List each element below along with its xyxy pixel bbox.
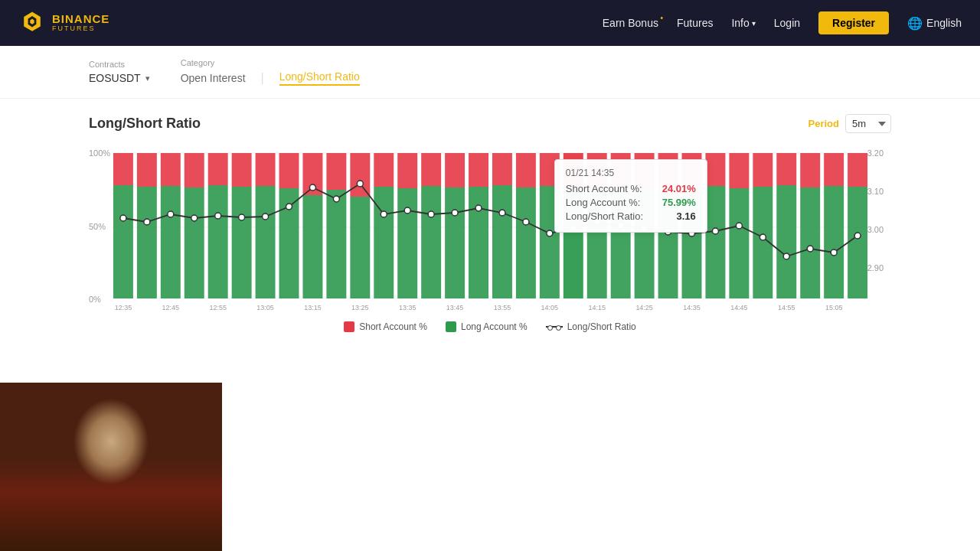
svg-point-86: [333, 196, 339, 202]
tooltip-short-row: Short Account %: 24.01%: [566, 183, 696, 194]
svg-rect-20: [185, 187, 204, 298]
svg-rect-44: [469, 187, 488, 298]
svg-rect-40: [421, 186, 441, 298]
futures-link[interactable]: Futures: [677, 17, 713, 29]
svg-text:14:35: 14:35: [683, 304, 700, 311]
chart-legend: Short Account % Long Account % Long/Shor…: [89, 321, 891, 332]
svg-point-91: [452, 210, 458, 216]
legend-long: Long Account %: [446, 321, 528, 332]
svg-text:13:45: 13:45: [446, 304, 463, 311]
svg-rect-13: [113, 153, 133, 185]
svg-rect-72: [800, 187, 820, 298]
svg-text:12:45: 12:45: [162, 304, 179, 311]
svg-point-105: [783, 253, 789, 259]
svg-text:15:05: 15:05: [825, 304, 842, 311]
tooltip-long-row: Long Account %: 75.99%: [566, 197, 696, 208]
svg-point-102: [712, 228, 718, 234]
svg-point-84: [286, 204, 292, 210]
svg-rect-38: [397, 188, 417, 298]
category-divider: |: [261, 71, 264, 85]
svg-rect-69: [776, 153, 796, 185]
svg-rect-36: [374, 187, 394, 298]
svg-point-107: [831, 249, 837, 256]
open-interest-link[interactable]: Open Interest: [181, 72, 246, 84]
svg-rect-30: [302, 195, 322, 298]
svg-text:100%: 100%: [89, 148, 110, 158]
legend-ratio-line: [546, 326, 563, 328]
svg-rect-65: [729, 153, 749, 188]
long-short-ratio-link[interactable]: Long/Short Ratio: [279, 70, 360, 86]
chart-tooltip: 01/21 14:35 Short Account %: 24.01% Long…: [554, 159, 707, 233]
chart-section: Long/Short Ratio Period 5m 15m 30m 1h 4h…: [0, 99, 980, 347]
svg-rect-63: [705, 153, 725, 186]
chart-svg: 100% 50% 0% 3.20 3.10 3.00 2.90: [89, 145, 891, 314]
tooltip-date: 01/21 14:35: [566, 168, 696, 178]
svg-text:3.00: 3.00: [867, 225, 884, 234]
legend-ratio: Long/Short Ratio: [546, 321, 636, 332]
logo-area[interactable]: BINANCE FUTURES: [18, 9, 109, 37]
category-section: Category Open Interest | Long/Short Rati…: [181, 58, 360, 86]
svg-point-80: [191, 215, 198, 221]
svg-rect-74: [824, 186, 844, 298]
svg-rect-18: [161, 186, 181, 298]
chart-container: 100% 50% 0% 3.20 3.10 3.00 2.90: [89, 145, 891, 314]
contracts-dropdown[interactable]: EOSUSDT ▾: [89, 72, 150, 84]
svg-text:13:25: 13:25: [351, 304, 368, 311]
tooltip-short-label: Short Account %:: [566, 183, 642, 194]
svg-point-108: [854, 233, 861, 239]
legend-short: Short Account %: [344, 321, 427, 332]
svg-rect-16: [137, 187, 157, 298]
svg-text:13:15: 13:15: [304, 304, 321, 311]
register-button[interactable]: Register: [818, 11, 889, 34]
legend-short-label: Short Account %: [359, 321, 427, 332]
tooltip-long-value: 75.99%: [662, 197, 696, 208]
svg-rect-46: [492, 185, 512, 298]
tooltip-ratio-row: Long/Short Ratio: 3.16: [566, 210, 696, 222]
svg-rect-75: [848, 153, 867, 187]
svg-point-89: [404, 207, 410, 214]
contracts-chevron-icon: ▾: [145, 73, 150, 83]
earn-bonus-link[interactable]: Earn Bonus: [603, 17, 658, 29]
svg-rect-71: [800, 153, 820, 187]
svg-rect-41: [445, 153, 465, 187]
svg-rect-66: [729, 188, 749, 298]
webcam-overlay: [0, 383, 222, 551]
svg-point-94: [523, 219, 529, 225]
svg-text:3.20: 3.20: [867, 148, 884, 158]
tooltip-ratio-label: Long/Short Ratio:: [566, 210, 643, 222]
globe-icon: 🌐: [907, 16, 923, 31]
login-link[interactable]: Login: [774, 17, 800, 29]
svg-rect-21: [208, 153, 228, 185]
svg-rect-43: [469, 153, 488, 187]
svg-rect-73: [824, 153, 844, 186]
svg-rect-47: [516, 153, 536, 187]
svg-rect-14: [113, 185, 133, 298]
svg-text:0%: 0%: [89, 295, 101, 304]
svg-point-83: [263, 214, 269, 220]
period-control: Period 5m 15m 30m 1h 4h: [808, 114, 891, 133]
info-link[interactable]: Info ▾: [731, 17, 755, 29]
svg-rect-27: [279, 153, 299, 188]
tooltip-ratio-value: 3.16: [677, 210, 696, 222]
language-selector[interactable]: 🌐 English: [907, 16, 962, 31]
svg-text:14:45: 14:45: [730, 304, 747, 311]
contracts-label: Contracts: [89, 60, 150, 69]
svg-point-81: [215, 213, 221, 219]
svg-point-104: [760, 234, 766, 240]
legend-long-label: Long Account %: [461, 321, 528, 332]
chart-header: Long/Short Ratio Period 5m 15m 30m 1h 4h: [89, 114, 891, 133]
period-select[interactable]: 5m 15m 30m 1h 4h: [845, 114, 891, 133]
svg-rect-34: [350, 197, 370, 298]
svg-rect-23: [232, 153, 252, 187]
svg-rect-45: [492, 153, 512, 185]
filters-bar: Contracts EOSUSDT ▾ Category Open Intere…: [0, 46, 980, 99]
svg-rect-76: [848, 187, 867, 298]
header: BINANCE FUTURES Earn Bonus Futures Info …: [0, 0, 980, 46]
svg-rect-17: [161, 153, 181, 186]
svg-rect-70: [776, 185, 796, 298]
tooltip-long-label: Long Account %:: [566, 197, 641, 208]
svg-text:13:55: 13:55: [494, 304, 511, 311]
svg-rect-26: [256, 186, 276, 298]
svg-text:13:35: 13:35: [399, 304, 416, 311]
svg-point-92: [475, 205, 482, 211]
